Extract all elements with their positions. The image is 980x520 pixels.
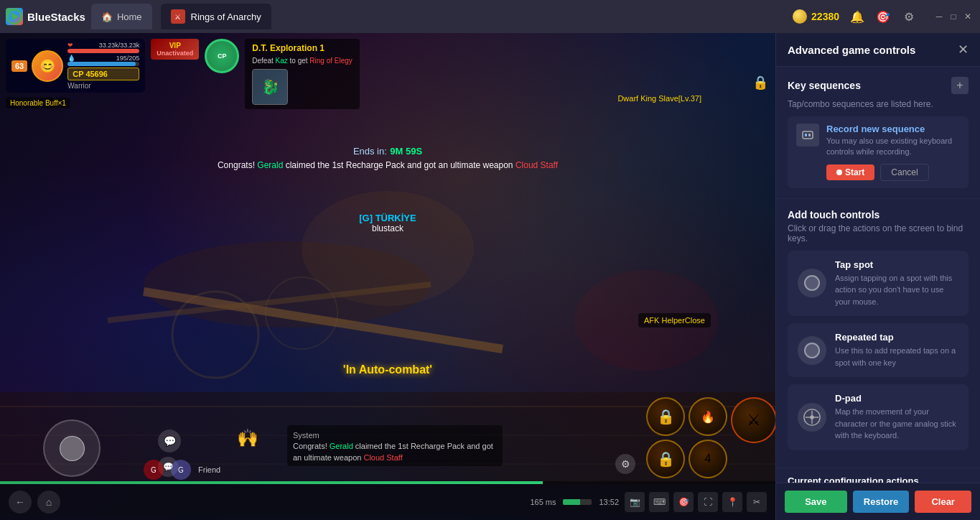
tap-spot-icon (798, 269, 826, 297)
guild-name: [G] TÜRKİYE (359, 213, 416, 223)
mp-bar-container: 💧 195/205 (67, 55, 139, 66)
ends-time: 9M 59S (390, 146, 422, 157)
player-name: blustack (359, 223, 416, 233)
bottom-system-message: System Congrats! Gerald claimed the 1st … (287, 425, 503, 466)
skill-btn-2[interactable]: 🔥 (689, 397, 727, 436)
title-bar-right: 22380 🔔 🎯 ⚙ ─ □ ✕ (793, 9, 974, 24)
toolbar-icons: 📷 ⌨ 🎯 ⛶ 📍 ✂ (625, 492, 767, 512)
ends-in-label: Ends in: (353, 146, 387, 157)
buff-info: Honorable Buff×1 (6, 98, 70, 108)
home-btn[interactable]: ⌂ (37, 491, 60, 514)
clear-button[interactable]: Clear (915, 491, 971, 513)
svg-point-19 (810, 415, 814, 419)
title-bar: BlueStacks 🏠 Home ⚔ Rings of Anarchy 223… (0, 0, 980, 33)
key-seq-header: Key sequences + (788, 77, 969, 94)
save-button[interactable]: Save (785, 491, 847, 513)
enemy-label: Dwarf King Slave[Lv.37] (617, 94, 707, 103)
vip-label: VIP (157, 42, 193, 50)
settings-icon[interactable]: ⚙ (901, 9, 917, 24)
content-area: 63 😊 ❤ 33.23k/33.23k (0, 33, 980, 520)
repeated-tap-icon-inner (804, 343, 820, 358)
repeated-tap-desc: Use this to add repeated taps on a spot … (835, 345, 958, 368)
panel-footer: Save Restore Clear (776, 483, 980, 520)
friend-label-area: Friend (198, 465, 220, 474)
location-icon[interactable]: 📍 (722, 492, 742, 512)
game-tab-label: Rings of Anarchy (191, 11, 261, 22)
current-config-section: Current configuration actions (776, 468, 980, 483)
start-dot (836, 170, 842, 175)
start-label: Start (845, 167, 864, 177)
congrats-message: Congrats! Gerald claimed the 1st Recharg… (0, 160, 775, 170)
mp-fill (67, 62, 136, 66)
lock-icon: 🔒 (752, 75, 768, 90)
target2-icon[interactable]: 🎯 (673, 492, 694, 512)
skill-btn-3[interactable]: 🔒 (646, 440, 685, 478)
window-controls: ─ □ ✕ (933, 10, 974, 23)
touch-controls-desc: Click or drag the actions on the screen … (788, 223, 969, 243)
buff-display: Honorable Buff×1 (6, 96, 145, 108)
key-sequences-section: Key sequences + Tap/combo sequences are … (776, 67, 980, 199)
minimize-btn[interactable]: ─ (933, 10, 946, 23)
skill-btn-1[interactable]: 🔒 (646, 397, 685, 436)
home-icon: 🏠 (101, 11, 113, 22)
char-icons: G G Friend (144, 460, 220, 480)
warrior-label: Warrior (67, 82, 139, 90)
quest-panel: D.T. Exploration 1 Defeat Kaz to get Rin… (245, 39, 360, 109)
friend-label: Friend (198, 465, 220, 474)
signal-bar (563, 499, 592, 505)
joystick-outer[interactable] (43, 419, 101, 477)
start-btn[interactable]: Start (826, 164, 874, 180)
maximize-btn[interactable]: □ (947, 10, 960, 23)
touch-controls-title: Add touch controls (788, 209, 969, 220)
back-btn[interactable]: ← (9, 491, 32, 514)
record-title[interactable]: Record new sequence (826, 124, 960, 134)
cp-circle[interactable]: CP (205, 39, 239, 73)
coin-amount: 22380 (811, 11, 839, 22)
app-container: BlueStacks 🏠 Home ⚔ Rings of Anarchy 223… (0, 0, 980, 520)
hp-label: ❤ (67, 42, 73, 49)
record-icon (796, 124, 819, 147)
gear-skill-icon[interactable]: ⚙ (615, 454, 635, 474)
hands-icon-area: 🙌 (237, 428, 258, 448)
afk-helper[interactable]: AFK HelperClose (638, 313, 711, 328)
hands-icon[interactable]: 🙌 (237, 428, 258, 447)
panel-close-btn[interactable]: ✕ (958, 42, 969, 57)
top-right-lock: 🔒 (752, 75, 768, 90)
quest-text: Defeat Kaz to get Ring of Elegy (252, 56, 353, 66)
chat-icon[interactable]: 💬 (158, 430, 181, 452)
char-icon-red[interactable]: G (144, 460, 164, 480)
home-label: Home (117, 11, 142, 22)
quest-title: D.T. Exploration 1 (252, 43, 353, 53)
config-title: Current configuration actions (788, 475, 969, 483)
scissors-icon[interactable]: ✂ (747, 492, 767, 512)
keyboard-icon[interactable]: ⌨ (649, 492, 669, 512)
panel-header: Advanced game controls ✕ (776, 33, 980, 67)
add-sequence-btn[interactable]: + (951, 77, 969, 94)
record-info: Record new sequence You may also use exi… (826, 124, 960, 181)
dpad-card: D-pad Map the movement of your character… (788, 384, 969, 450)
tap-spot-icon-inner (804, 275, 820, 291)
ends-in-line: Ends in: 9M 59S (0, 144, 775, 157)
tap-spot-desc: Assign tapping on a spot with this actio… (835, 272, 958, 308)
center-messages: Ends in: 9M 59S Congrats! Gerald claimed… (0, 144, 775, 170)
skills-area: 🔒 🔥 ⚔ 🔒 4 (646, 397, 770, 478)
player-stats: ❤ 33.23k/33.23k 💧 195/205 (67, 42, 139, 90)
screenshot-icon[interactable]: 📷 (625, 492, 645, 512)
tab-home[interactable]: 🏠 Home (91, 4, 152, 29)
fullscreen-icon[interactable]: ⛶ (698, 492, 718, 512)
svg-rect-15 (808, 134, 811, 136)
sys-label: System (293, 431, 319, 440)
notification-icon[interactable]: 🔔 (849, 9, 865, 24)
target-icon[interactable]: 🎯 (875, 9, 891, 24)
joystick-inner (60, 436, 85, 461)
svg-rect-14 (805, 134, 807, 136)
skill-btn-large[interactable]: ⚔ (731, 397, 775, 443)
toolbar-left: ← ⌂ (9, 491, 60, 514)
panel-body: Key sequences + Tap/combo sequences are … (776, 67, 980, 483)
tab-game[interactable]: ⚔ Rings of Anarchy (161, 4, 271, 29)
cancel-btn[interactable]: Cancel (880, 164, 928, 181)
skill-btn-4[interactable]: 4 (689, 440, 727, 478)
close-btn[interactable]: ✕ (961, 10, 974, 23)
char-icon-blue[interactable]: G (171, 460, 191, 480)
restore-button[interactable]: Restore (853, 491, 910, 513)
